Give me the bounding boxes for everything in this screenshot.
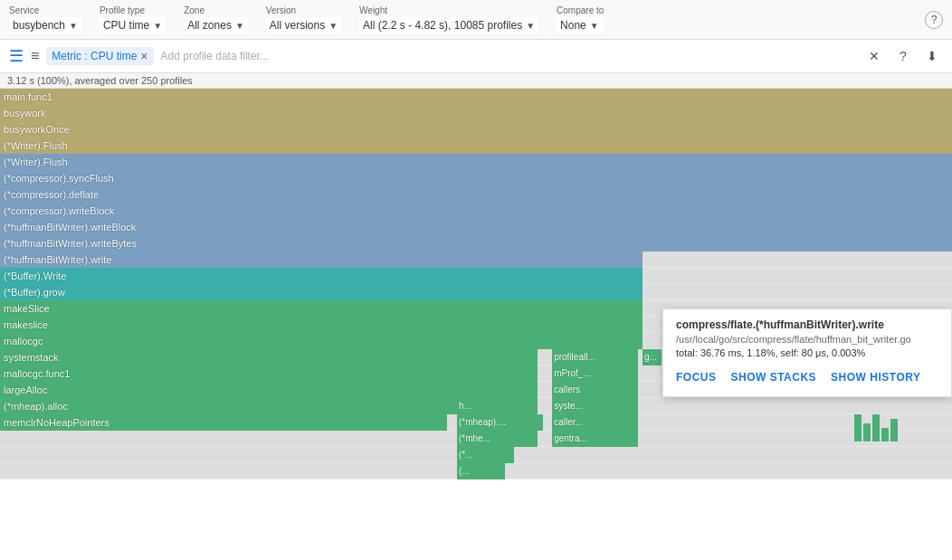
compare-to-value: None (560, 19, 586, 32)
tooltip-func-name: compress/flate.(*huffmanBitWriter).write (676, 318, 938, 331)
service-value: busybench (13, 19, 65, 32)
flame-row[interactable]: busyworkOnce (0, 121, 952, 138)
top-bar: Service busybench ▼ Profile type CPU tim… (0, 0, 952, 40)
flame-small-bar[interactable]: syste... (552, 398, 638, 414)
topbar-help-icon[interactable]: ? (925, 11, 943, 29)
flame-row[interactable]: (*Writer).Flush (0, 138, 952, 154)
flame-small-bar[interactable]: (*mhe... (457, 431, 538, 447)
tooltip-stats: total: 36.76 ms, 1.18%, self: 80 μs, 0.0… (676, 347, 938, 358)
version-value: All versions (270, 19, 325, 32)
service-dropdown-group: Service busybench ▼ (9, 5, 81, 33)
flame-row[interactable]: (*huffmanBitWriter).writeBytes (0, 235, 952, 252)
flame-small-bar[interactable]: callers (552, 382, 638, 398)
tooltip-file-path: /usr/local/go/src/compress/flate/huffman… (676, 334, 938, 345)
flame-row[interactable]: (*... (0, 447, 952, 463)
weight-value: All (2.2 s - 4.82 s), 10085 profiles (363, 19, 522, 32)
flame-small-bar[interactable]: mProf_... (552, 365, 638, 382)
weight-dropdown-group: Weight All (2.2 s - 4.82 s), 10085 profi… (359, 5, 538, 33)
version-label: Version (266, 5, 341, 15)
version-dropdown-group: Version All versions ▼ (266, 5, 341, 33)
flame-row[interactable]: (*Buffer).Write (0, 268, 952, 284)
zone-value: All zones (187, 19, 232, 32)
show-stacks-button[interactable]: SHOW STACKS (731, 367, 817, 387)
zone-dropdown-group: Zone All zones ▼ (184, 5, 248, 33)
flame-small-bar[interactable]: (*... (457, 447, 514, 463)
profile-type-arrow-icon: ▼ (153, 21, 162, 31)
filter-download-icon[interactable]: ⬇ (921, 45, 943, 67)
flame-row[interactable]: (*huffmanBitWriter).write (0, 252, 952, 268)
filter-icon[interactable]: ≡ (31, 48, 39, 64)
profile-type-label: Profile type (100, 5, 166, 15)
filter-help-icon[interactable]: ? (892, 45, 914, 67)
list-view-icon[interactable]: ☰ (9, 46, 24, 66)
flame-small-bar[interactable]: caller... (552, 414, 638, 431)
flame-row[interactable]: (*Buffer).grow (0, 284, 952, 300)
flame-row[interactable]: (*Writer).Flush (0, 154, 952, 170)
weight-dropdown[interactable]: All (2.2 s - 4.82 s), 10085 profiles ▼ (359, 17, 538, 33)
zone-dropdown[interactable]: All zones ▼ (184, 17, 248, 33)
flame-small-bar[interactable]: g... (643, 349, 662, 365)
flame-small-bar[interactable]: gentra... (552, 431, 638, 447)
flame-small-bar[interactable]: (... (457, 463, 505, 479)
flamegraph-container: 3.12 s (100%), averaged over 250 profile… (0, 73, 952, 558)
flame-small-bar[interactable]: h... (457, 398, 533, 414)
zone-arrow-icon: ▼ (235, 21, 244, 31)
service-arrow-icon: ▼ (69, 21, 78, 31)
flame-row[interactable]: memclrNoHeapPointers(*mheap)....caller..… (0, 414, 952, 431)
compare-to-dropdown[interactable]: None ▼ (557, 17, 604, 33)
flame-row[interactable]: (*compressor).deflate (0, 186, 952, 203)
compare-to-arrow-icon: ▼ (590, 21, 599, 31)
show-history-button[interactable]: SHOW HISTORY (831, 367, 920, 387)
flame-row[interactable]: (*compressor).syncFlush (0, 170, 952, 186)
flame-row[interactable]: main.func1 (0, 89, 952, 105)
flame-row[interactable]: (... (0, 463, 952, 479)
weight-arrow-icon: ▼ (526, 21, 535, 31)
summary-text: 3.12 s (100%), averaged over 250 profile… (7, 75, 193, 86)
filter-bar-right: ✕ ? ⬇ (863, 45, 943, 67)
version-arrow-icon: ▼ (328, 21, 338, 31)
service-dropdown[interactable]: busybench ▼ (9, 17, 81, 33)
summary-row: 3.12 s (100%), averaged over 250 profile… (0, 73, 952, 89)
version-dropdown[interactable]: All versions ▼ (266, 17, 341, 33)
metric-filter-close-icon[interactable]: × (140, 49, 148, 63)
service-label: Service (9, 5, 81, 15)
metric-tag-text: Metric : CPU time (52, 50, 137, 62)
zone-label: Zone (184, 5, 248, 15)
flame-row[interactable]: (*mheap).alloch...syste... (0, 398, 952, 414)
compare-to-dropdown-group: Compare to None ▼ (557, 5, 604, 33)
flame-small-bar[interactable]: profileall... (552, 349, 638, 365)
profile-type-dropdown-group: Profile type CPU time ▼ (100, 5, 166, 33)
flame-row[interactable]: (*compressor).writeBlock (0, 203, 952, 219)
filter-close-icon[interactable]: ✕ (863, 45, 885, 67)
flame-small-bar[interactable]: (*mheap).... (457, 414, 543, 431)
filter-bar: ☰ ≡ Metric : CPU time × Add profile data… (0, 40, 952, 73)
profile-type-value: CPU time (103, 19, 149, 32)
flame-row[interactable]: (*mhe...gentra... (0, 431, 952, 447)
weight-label: Weight (359, 5, 538, 15)
metric-filter-tag: Metric : CPU time × (46, 47, 153, 65)
focus-button[interactable]: FOCUS (676, 367, 717, 387)
profile-type-dropdown[interactable]: CPU time ▼ (100, 17, 166, 33)
flame-row[interactable]: busywork (0, 105, 952, 121)
compare-to-label: Compare to (557, 5, 604, 15)
tooltip-actions: FOCUS SHOW STACKS SHOW HISTORY (676, 367, 938, 387)
flame-row[interactable]: (*huffmanBitWriter).writeBlock (0, 219, 952, 235)
tooltip-popup: compress/flate.(*huffmanBitWriter).write… (662, 308, 952, 397)
filter-placeholder[interactable]: Add profile data filter... (161, 50, 856, 62)
